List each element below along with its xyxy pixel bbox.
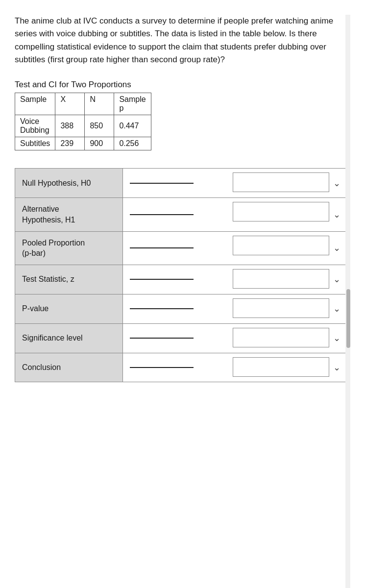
test-statistic-hline — [130, 279, 194, 280]
col-header-x: X — [55, 93, 85, 115]
significance-level-hline — [130, 338, 194, 339]
alternative-hypothesis-label: AlternativeHypothesis, H1 — [15, 198, 123, 231]
p-value-line-area — [123, 294, 226, 323]
pooled-proportion-line-area — [123, 232, 226, 265]
significance-level-input[interactable] — [233, 328, 330, 347]
significance-level-line-area — [123, 324, 226, 353]
null-hypothesis-input[interactable] — [233, 172, 330, 192]
alternative-hypothesis-input[interactable] — [233, 202, 330, 221]
conclusion-row[interactable]: Conclusion ⌄ — [15, 353, 348, 382]
section-title: Test and CI for Two Proportions — [15, 80, 350, 90]
row-subtitles-n: 900 — [85, 137, 114, 150]
quiz-rows-container: Null Hypothesis, H0 ⌄ AlternativeHypothe… — [15, 168, 348, 382]
row-subtitles-x: 239 — [55, 137, 85, 150]
null-hypothesis-row[interactable]: Null Hypothesis, H0 ⌄ — [15, 168, 348, 197]
p-value-row[interactable]: P-value ⌄ — [15, 294, 348, 323]
test-statistic-row[interactable]: Test Statistic, z ⌄ — [15, 265, 348, 294]
pooled-proportion-hline — [130, 247, 194, 248]
null-hypothesis-line-area — [123, 169, 226, 197]
scrollbar-thumb[interactable] — [346, 289, 350, 348]
col-header-samplep: Samplep — [114, 93, 151, 115]
row-subtitles-p: 0.256 — [114, 137, 151, 150]
alternative-hypothesis-hline — [130, 214, 194, 215]
significance-level-row[interactable]: Significance level ⌄ — [15, 323, 348, 353]
alternative-hypothesis-row[interactable]: AlternativeHypothesis, H1 ⌄ — [15, 197, 348, 231]
data-table: Sample X N Samplep VoiceDubbing 388 850 … — [15, 93, 151, 150]
conclusion-hline — [130, 367, 194, 368]
pooled-proportion-row[interactable]: Pooled Proportion(p-bar) ⌄ — [15, 231, 348, 265]
row-voice-label: VoiceDubbing — [15, 115, 55, 137]
null-hypothesis-label: Null Hypothesis, H0 — [15, 169, 123, 197]
pooled-proportion-label: Pooled Proportion(p-bar) — [15, 232, 123, 265]
scrollbar-track — [345, 15, 350, 588]
pooled-proportion-input[interactable] — [233, 236, 330, 255]
test-statistic-line-area — [123, 265, 226, 294]
conclusion-label: Conclusion — [15, 353, 123, 382]
col-header-sample: Sample — [15, 93, 55, 115]
row-voice-n: 850 — [85, 115, 114, 137]
row-voice-p: 0.447 — [114, 115, 151, 137]
col-header-n: N — [85, 93, 114, 115]
p-value-hline — [130, 308, 194, 309]
intro-paragraph: The anime club at IVC conducts a survey … — [15, 15, 350, 66]
conclusion-input[interactable] — [233, 357, 330, 377]
row-subtitles-label: Subtitles — [15, 137, 55, 150]
p-value-label: P-value — [15, 294, 123, 323]
alternative-hypothesis-line-area — [123, 198, 226, 231]
significance-level-label: Significance level — [15, 324, 123, 353]
test-statistic-label: Test Statistic, z — [15, 265, 123, 294]
conclusion-line-area — [123, 353, 226, 382]
null-hypothesis-hline — [130, 183, 194, 184]
row-voice-x: 388 — [55, 115, 85, 137]
test-statistic-input[interactable] — [233, 269, 330, 289]
p-value-input[interactable] — [233, 298, 330, 318]
